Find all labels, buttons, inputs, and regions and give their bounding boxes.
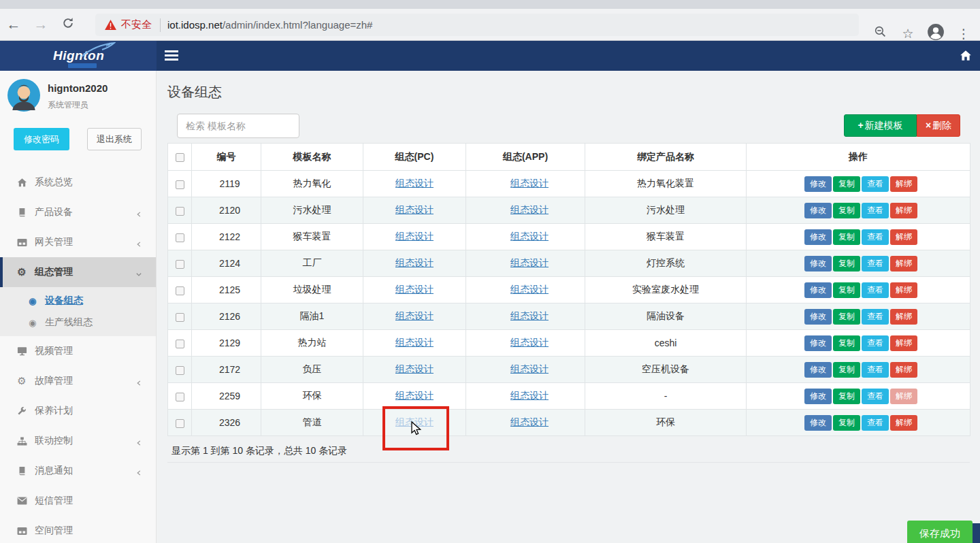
row-checkbox[interactable]: [176, 180, 184, 189]
pc-design-link[interactable]: 组态设计: [395, 257, 434, 268]
view-button[interactable]: 查看: [862, 415, 889, 431]
pc-design-link[interactable]: 组态设计: [395, 310, 434, 321]
app-design-link[interactable]: 组态设计: [510, 416, 549, 427]
copy-button[interactable]: 复制: [833, 309, 860, 325]
row-checkbox[interactable]: [176, 260, 184, 269]
row-checkbox[interactable]: [176, 233, 184, 242]
change-password-button[interactable]: 修改密码: [14, 128, 69, 150]
sidebar-subitem-device-scada[interactable]: ◉设备组态: [0, 290, 156, 312]
sidebar-item-fault[interactable]: ⚙故障管理: [0, 366, 156, 396]
edit-button[interactable]: 修改: [804, 415, 832, 431]
edit-button[interactable]: 修改: [804, 203, 832, 218]
zoom-out-icon[interactable]: [869, 25, 891, 42]
unbind-button[interactable]: 解绑: [890, 309, 917, 325]
sidebar-item-gateway[interactable]: 网关管理: [0, 227, 156, 257]
unbind-button[interactable]: 解绑: [890, 176, 917, 192]
browser-reload-button[interactable]: [54, 16, 82, 33]
bookmark-star-icon[interactable]: ☆: [897, 26, 919, 42]
sidebar-item-overview[interactable]: 系统总览: [0, 167, 156, 197]
logout-button[interactable]: 退出系统: [87, 128, 142, 150]
copy-button[interactable]: 复制: [833, 415, 860, 431]
copy-button[interactable]: 复制: [833, 389, 860, 404]
copy-button[interactable]: 复制: [833, 203, 860, 218]
edit-button[interactable]: 修改: [804, 389, 832, 404]
edit-button[interactable]: 修改: [804, 335, 832, 351]
copy-button[interactable]: 复制: [833, 176, 860, 192]
edit-button[interactable]: 修改: [804, 282, 832, 298]
edit-button[interactable]: 修改: [804, 362, 832, 378]
app-design-link[interactable]: 组态设计: [510, 337, 549, 348]
sidebar-item-maintenance[interactable]: 保养计划: [0, 396, 156, 426]
edit-button[interactable]: 修改: [804, 256, 832, 272]
copy-button[interactable]: 复制: [833, 229, 860, 245]
view-button[interactable]: 查看: [862, 229, 889, 245]
sidebar-item-space[interactable]: 空间管理: [0, 516, 156, 543]
view-button[interactable]: 查看: [862, 282, 889, 298]
edit-button[interactable]: 修改: [804, 176, 832, 192]
view-button[interactable]: 查看: [862, 335, 889, 351]
row-checkbox[interactable]: [176, 313, 184, 322]
row-checkbox[interactable]: [176, 286, 184, 295]
address-bar[interactable]: 不安全 iot.idosp.net/admin/index.html?langu…: [95, 14, 859, 36]
pc-design-link[interactable]: 组态设计: [395, 204, 434, 215]
unbind-button[interactable]: 解绑: [890, 282, 917, 298]
sidebar-subitem-line-scada[interactable]: ◉生产线组态: [0, 312, 156, 333]
sidebar-item-message[interactable]: 消息通知: [0, 456, 156, 486]
view-button[interactable]: 查看: [862, 176, 889, 192]
row-checkbox[interactable]: [176, 340, 184, 348]
app-design-link[interactable]: 组态设计: [510, 363, 549, 374]
pc-design-link[interactable]: 组态设计: [395, 231, 434, 242]
view-button[interactable]: 查看: [862, 256, 889, 272]
unbind-button[interactable]: 解绑: [890, 389, 917, 404]
new-template-button[interactable]: +新建模板: [844, 114, 917, 137]
app-design-link[interactable]: 组态设计: [510, 178, 549, 188]
app-design-link[interactable]: 组态设计: [510, 390, 549, 401]
app-design-link[interactable]: 组态设计: [510, 204, 549, 215]
copy-button[interactable]: 复制: [833, 362, 860, 378]
sidebar-item-linkage[interactable]: 联动控制: [0, 426, 156, 456]
brand-logo[interactable]: Hignton: [0, 41, 157, 71]
sitemap-icon: [14, 437, 29, 446]
pc-design-link[interactable]: 组态设计: [395, 363, 434, 374]
app-design-link[interactable]: 组态设计: [510, 257, 549, 268]
browser-back-button[interactable]: ←: [0, 16, 27, 33]
edit-button[interactable]: 修改: [804, 309, 832, 325]
view-button[interactable]: 查看: [862, 309, 889, 325]
pc-design-link[interactable]: 组态设计: [395, 390, 434, 401]
home-button[interactable]: [960, 50, 972, 65]
edit-button[interactable]: 修改: [804, 229, 832, 245]
app-design-link[interactable]: 组态设计: [510, 310, 549, 321]
sidebar-item-sms[interactable]: 短信管理: [0, 486, 156, 516]
unbind-button[interactable]: 解绑: [890, 256, 917, 272]
view-button[interactable]: 查看: [862, 362, 889, 378]
view-button[interactable]: 查看: [862, 389, 889, 404]
copy-button[interactable]: 复制: [833, 335, 860, 351]
app-design-link[interactable]: 组态设计: [510, 284, 549, 295]
row-checkbox[interactable]: [176, 207, 184, 216]
pc-design-link[interactable]: 组态设计: [395, 178, 434, 188]
copy-button[interactable]: 复制: [833, 282, 860, 298]
pc-design-link[interactable]: 组态设计: [395, 284, 434, 295]
row-checkbox[interactable]: [176, 366, 184, 375]
unbind-button[interactable]: 解绑: [890, 335, 917, 351]
copy-button[interactable]: 复制: [833, 256, 860, 272]
browser-menu-icon[interactable]: ⋮: [953, 26, 975, 42]
view-button[interactable]: 查看: [862, 203, 889, 218]
checkbox-cell: [168, 383, 192, 410]
app-design-link[interactable]: 组态设计: [510, 231, 549, 242]
unbind-button[interactable]: 解绑: [890, 203, 917, 218]
row-checkbox[interactable]: [176, 419, 184, 428]
select-all-checkbox[interactable]: [176, 153, 184, 162]
row-checkbox[interactable]: [176, 393, 184, 401]
sidebar-item-video[interactable]: 视频管理: [0, 336, 156, 366]
sidebar-toggle-button[interactable]: [165, 50, 178, 63]
sidebar-item-products[interactable]: 产品设备: [0, 197, 156, 227]
search-input[interactable]: [177, 114, 299, 138]
browser-forward-button[interactable]: →: [27, 16, 54, 33]
pc-design-link[interactable]: 组态设计: [395, 337, 434, 348]
unbind-button[interactable]: 解绑: [890, 229, 917, 245]
sidebar-item-scada[interactable]: ⚙组态管理: [0, 257, 156, 287]
unbind-button[interactable]: 解绑: [890, 415, 917, 431]
unbind-button[interactable]: 解绑: [890, 362, 917, 378]
delete-button[interactable]: ×删除: [917, 114, 960, 137]
